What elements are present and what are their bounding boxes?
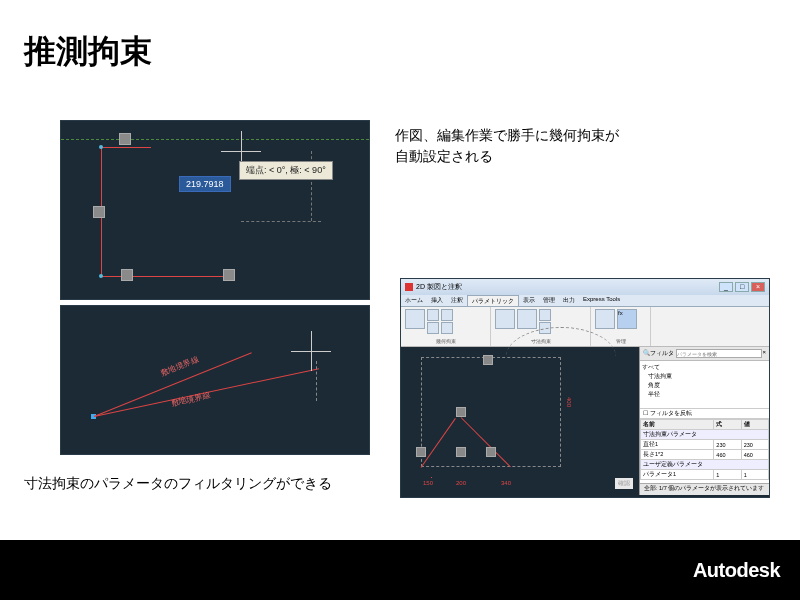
arc-outline [506,327,616,387]
description-2: 寸法拘束のパラメータのフィルタリングができる [24,475,332,493]
constraint-icon[interactable] [441,309,453,321]
tab-parametric[interactable]: パラメトリック [467,295,519,306]
tab-output[interactable]: 出力 [559,295,579,306]
tracking-line [316,361,317,401]
constraint-glyph [119,133,131,145]
tab-view[interactable]: 表示 [519,295,539,306]
tree-item[interactable]: 寸法拘束 [642,372,767,381]
constraint-glyph [121,269,133,281]
parameters-grid[interactable]: 名前 式 値 寸法拘束パラメータ 直径1230230 長さ1*2460460 ユ… [640,419,769,483]
desc1-line2: 自動設定される [395,148,493,164]
grid-row[interactable]: 直径1230230 [641,440,769,450]
tab-express[interactable]: Express Tools [579,295,624,306]
grid-row[interactable]: パラメータ111 [641,470,769,480]
linear-dim-button[interactable] [495,309,515,329]
filter-icon[interactable]: 🔍 [643,349,650,358]
tab-insert[interactable]: 挿入 [427,295,447,306]
palette-status: 全部: 1/7 個のパラメータが表示されています [640,483,769,495]
group-label: 幾何拘束 [405,338,486,344]
constraint-glyph [456,447,466,457]
tab-annotate[interactable]: 注釈 [447,295,467,306]
tracking-line [241,221,321,222]
cursor-crosshair-icon [291,331,331,371]
tab-manage[interactable]: 管理 [539,295,559,306]
constraint-glyph [93,206,105,218]
geom [431,477,432,478]
window-title: 2D 製図と注釈 [416,282,462,292]
window-titlebar[interactable]: 2D 製図と注釈 _ □ × [401,279,769,295]
autodesk-logo: Autodesk [693,559,780,582]
line-label: 敷地境界線 [170,390,211,409]
close-button[interactable]: × [751,282,765,292]
description-1: 作図、編集作業で勝手に幾何拘束が 自動設定される [395,125,619,167]
dimension-2: 200 [456,480,466,486]
autocad-window: 2D 製図と注釈 _ □ × ホーム 挿入 注釈 パラメトリック 表示 管理 出… [400,278,770,498]
grid-row[interactable]: 長さ1*2460460 [641,450,769,460]
vertex-dot [99,145,103,149]
cad-viewport-1: 端点: < 0°, 極: < 90° 219.7918 [60,120,370,300]
filter-tree[interactable]: すべて 寸法拘束 角度 半径 [640,361,769,409]
dimension-3: 340 [501,480,511,486]
palette-header: 🔍 フィルタ × [640,347,769,361]
polar-tooltip: 端点: < 0°, 極: < 90° [239,161,333,180]
dim-icon[interactable] [539,309,551,321]
drawing-area[interactable]: 150 200 340 400 確認 [401,347,639,495]
ribbon-tabs: ホーム 挿入 注釈 パラメトリック 表示 管理 出力 Express Tools [401,295,769,307]
filter-label: フィルタ [650,349,674,358]
desc1-line1: 作図、編集作業で勝手に幾何拘束が [395,127,619,143]
tree-item[interactable]: すべて [642,363,767,372]
tree-item[interactable]: 半径 [642,390,767,399]
aligned-dim-button[interactable] [517,309,537,329]
ribbon-group-geometric: 幾何拘束 [401,307,491,346]
parameters-palette: 🔍 フィルタ × すべて 寸法拘束 角度 半径 ☐ フィルタを反転 名前 [639,347,769,495]
guide-line [61,139,369,140]
tree-item[interactable]: 角度 [642,381,767,390]
delete-constraints-button[interactable] [595,309,615,329]
cad-viewport-2: 敷地境界線 敷地境界線 [60,305,370,455]
app-body: 150 200 340 400 確認 🔍 フィルタ × すべて 寸法拘束 角度 … [401,347,769,495]
grid-header: 名前 式 値 [641,420,769,430]
constraint-glyph [416,447,426,457]
dynamic-input[interactable]: 219.7918 [179,176,231,192]
grid-row[interactable]: 寸法拘束パラメータ [641,430,769,440]
close-icon[interactable]: × [762,349,766,358]
minimize-button[interactable]: _ [719,282,733,292]
auto-constrain-button[interactable] [405,309,425,329]
maximize-button[interactable]: □ [735,282,749,292]
dimension-1: 150 [423,480,433,486]
app-icon [405,283,413,291]
constraint-glyph [456,407,466,417]
tab-home[interactable]: ホーム [401,295,427,306]
slide: 推測拘束 作図、編集作業で勝手に幾何拘束が 自動設定される 端点: < 0°, … [0,0,800,600]
parameters-manager-button[interactable]: fx [617,309,637,329]
vertex-dot [99,274,103,278]
constraint-icon[interactable] [427,309,439,321]
footer: Autodesk [0,540,800,600]
confirm-label: 確認 [615,478,633,489]
constraint-glyph [483,355,493,365]
grid-row[interactable]: ユーザ定義パラメータ [641,460,769,470]
constraint-glyph [486,447,496,457]
invert-filter-toggle[interactable]: ☐ フィルタを反転 [640,409,769,419]
slide-title: 推測拘束 [24,30,152,74]
constraint-glyph [223,269,235,281]
constraint-icon[interactable] [427,322,439,334]
geometry-line-top [101,147,151,148]
vertical-dimension: 400 [566,397,572,407]
constraint-icon[interactable] [441,322,453,334]
search-input[interactable] [676,349,762,358]
